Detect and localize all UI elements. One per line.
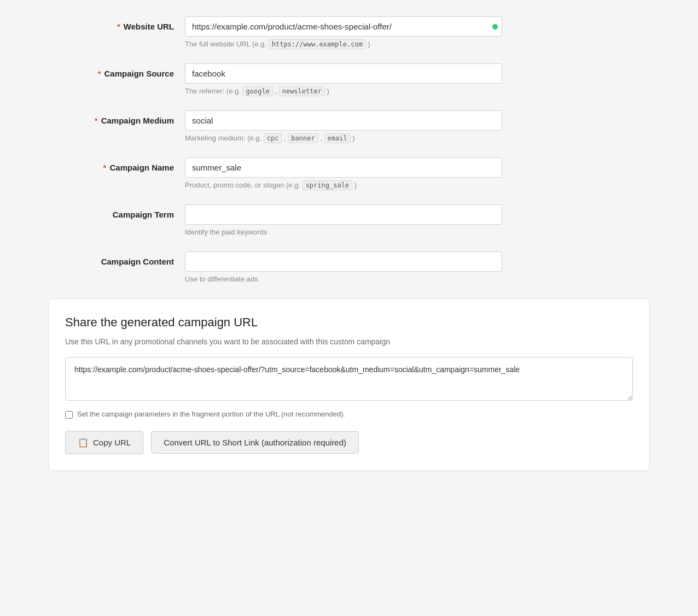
share-card: Share the generated campaign URL Use thi…	[48, 298, 650, 471]
website-url-required-star: *	[117, 22, 120, 31]
campaign-medium-help: Marketing medium: (e.g. cpc , banner , e…	[185, 134, 502, 142]
generated-url-textarea[interactable]	[65, 357, 633, 401]
campaign-medium-label-col: * Campaign Medium	[48, 110, 185, 125]
campaign-medium-input[interactable]	[185, 110, 502, 131]
campaign-content-help: Use to differentiate ads	[185, 275, 502, 283]
name-example-1: spring_sale	[303, 180, 352, 190]
campaign-name-label: Campaign Name	[109, 163, 174, 172]
campaign-source-input[interactable]	[185, 63, 502, 84]
campaign-content-row: Campaign Content Use to differentiate ad…	[48, 251, 650, 283]
campaign-source-row: * Campaign Source The referrer: (e.g. go…	[48, 63, 650, 95]
website-url-label: Website URL	[124, 22, 174, 31]
fragment-checkbox-row: Set the campaign parameters in the fragm…	[65, 410, 633, 419]
campaign-medium-row: * Campaign Medium Marketing medium: (e.g…	[48, 110, 650, 142]
website-url-example: https://www.example.com	[269, 39, 366, 49]
campaign-medium-required-star: *	[95, 116, 98, 125]
campaign-content-input[interactable]	[185, 251, 502, 272]
campaign-term-row: Campaign Term Identify the paid keywords	[48, 204, 650, 236]
url-valid-dot	[492, 24, 498, 30]
campaign-name-input[interactable]	[185, 157, 502, 178]
website-url-input-col: The full website URL (e.g. https://www.e…	[185, 16, 650, 48]
website-url-label-col: * Website URL	[48, 16, 185, 31]
copy-url-label: Copy URL	[93, 438, 131, 447]
website-url-wrapper	[185, 16, 502, 37]
medium-example-3: email	[324, 133, 351, 143]
campaign-term-label-col: Campaign Term	[48, 204, 185, 219]
campaign-term-label: Campaign Term	[113, 210, 174, 219]
action-button-row: 📋 Copy URL Convert URL to Short Link (au…	[65, 431, 633, 454]
campaign-source-label-col: * Campaign Source	[48, 63, 185, 78]
copy-url-button[interactable]: 📋 Copy URL	[65, 431, 143, 454]
form-container: * Website URL The full website URL (e.g.…	[48, 16, 650, 471]
share-card-title: Share the generated campaign URL	[65, 315, 633, 330]
copy-icon: 📋	[78, 437, 89, 448]
medium-example-2: banner	[288, 133, 318, 143]
campaign-source-help: The referrer: (e.g. google , newsletter …	[185, 87, 502, 95]
fragment-checkbox-label[interactable]: Set the campaign parameters in the fragm…	[77, 410, 345, 418]
campaign-term-input[interactable]	[185, 204, 502, 225]
campaign-name-help: Product, promo code, or slogan (e.g. spr…	[185, 181, 502, 189]
campaign-content-label: Campaign Content	[101, 257, 174, 266]
fragment-checkbox[interactable]	[65, 411, 73, 419]
medium-example-1: cpc	[264, 133, 282, 143]
campaign-name-input-col: Product, promo code, or slogan (e.g. spr…	[185, 157, 650, 189]
campaign-source-input-col: The referrer: (e.g. google , newsletter …	[185, 63, 650, 95]
campaign-medium-input-col: Marketing medium: (e.g. cpc , banner , e…	[185, 110, 650, 142]
campaign-content-input-col: Use to differentiate ads	[185, 251, 650, 283]
campaign-source-label: Campaign Source	[104, 69, 174, 78]
campaign-content-label-col: Campaign Content	[48, 251, 185, 266]
website-url-row: * Website URL The full website URL (e.g.…	[48, 16, 650, 48]
campaign-medium-label: Campaign Medium	[101, 116, 174, 125]
convert-url-button[interactable]: Convert URL to Short Link (authorization…	[151, 431, 359, 454]
campaign-name-label-col: * Campaign Name	[48, 157, 185, 172]
source-example-2: newsletter	[279, 86, 325, 96]
campaign-term-help: Identify the paid keywords	[185, 228, 502, 236]
campaign-term-input-col: Identify the paid keywords	[185, 204, 650, 236]
campaign-name-required-star: *	[103, 163, 107, 172]
website-url-input[interactable]	[185, 16, 502, 37]
campaign-source-required-star: *	[98, 69, 101, 78]
source-example-1: google	[242, 86, 272, 96]
website-url-help: The full website URL (e.g. https://www.e…	[185, 40, 502, 48]
share-card-description: Use this URL in any promotional channels…	[65, 337, 633, 346]
campaign-name-row: * Campaign Name Product, promo code, or …	[48, 157, 650, 189]
